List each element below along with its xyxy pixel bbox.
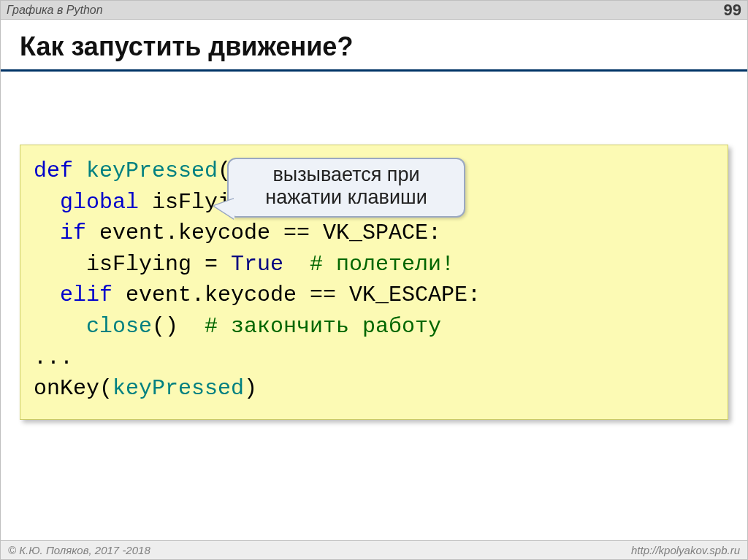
callout-line: вызывается при bbox=[272, 164, 419, 185]
code-text: isFlying = bbox=[34, 252, 231, 277]
bottom-bar: © К.Ю. Поляков, 2017 -2018 http://kpolya… bbox=[1, 540, 747, 559]
code-text: ( bbox=[99, 376, 112, 401]
top-bar: Графика в Python 99 bbox=[1, 1, 747, 20]
func-name: keyPressed bbox=[73, 158, 218, 183]
code-text bbox=[34, 314, 86, 339]
code-text: () bbox=[152, 314, 178, 339]
code-text: event.keycode == VK_SPACE: bbox=[86, 220, 441, 245]
presentation-title: Графика в Python bbox=[7, 4, 103, 17]
slide-title: Как запустить движение? bbox=[1, 20, 747, 72]
code-text: ) bbox=[244, 376, 257, 401]
func-close: close bbox=[86, 314, 152, 339]
code-text: ... bbox=[34, 345, 73, 370]
keyword-elif: elif bbox=[34, 283, 112, 307]
func-onkey: onKey bbox=[34, 376, 99, 401]
keyword-if: if bbox=[34, 220, 86, 245]
keyword-true: True bbox=[231, 252, 283, 277]
footer-url: http://kpolyakov.spb.ru bbox=[631, 544, 740, 556]
comment: # закончить работу bbox=[205, 314, 441, 339]
code-text bbox=[283, 252, 310, 277]
content-area: вызывается при нажатии клавиши def keyPr… bbox=[1, 145, 747, 420]
callout-tail-icon bbox=[214, 199, 234, 219]
slide: Графика в Python 99 Как запустить движен… bbox=[0, 0, 748, 560]
code-text bbox=[178, 314, 205, 339]
callout-bubble: вызывается при нажатии клавиши bbox=[227, 158, 465, 218]
keyword-def: def bbox=[34, 158, 73, 183]
copyright: © К.Ю. Поляков, 2017 -2018 bbox=[8, 544, 150, 556]
keyword-global: global bbox=[34, 190, 139, 215]
comment: # полетели! bbox=[310, 252, 454, 277]
page-number: 99 bbox=[724, 1, 741, 20]
callout-line: нажатии клавиши bbox=[265, 186, 427, 208]
code-text: event.keycode == VK_ESCAPE: bbox=[112, 283, 481, 307]
func-arg: keyPressed bbox=[112, 376, 244, 401]
